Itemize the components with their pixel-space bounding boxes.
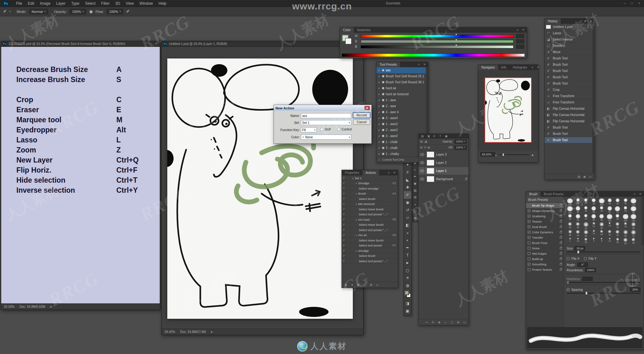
brush-tip[interactable]: 50	[590, 206, 598, 214]
stop-icon[interactable]: ■	[344, 283, 348, 287]
check-icon[interactable]: ✓	[342, 181, 346, 186]
history-step[interactable]: ✐Brush Tool	[545, 124, 592, 131]
brush-section-protect-texture[interactable]: Protect Texture	[526, 267, 564, 272]
color-swatches[interactable]	[404, 290, 411, 300]
quick-mask-icon[interactable]: ◨	[404, 300, 411, 307]
check-icon[interactable]: ✓	[342, 191, 346, 196]
flow-select[interactable]: 100%▾	[107, 9, 123, 14]
brush-tip[interactable]: 25	[613, 237, 621, 245]
new-doc-from-state-icon[interactable]: ▤	[577, 175, 581, 179]
expand-arrow-icon[interactable]: ▼	[355, 193, 357, 195]
brush-tip[interactable]: 23	[622, 222, 630, 230]
check-icon[interactable]: ✓	[342, 258, 346, 263]
tab-actions[interactable]: Actions	[363, 170, 379, 175]
zoom-slider-handle[interactable]	[502, 153, 504, 156]
action-row[interactable]: ✓Select brush	[342, 253, 398, 259]
flip-x-checkbox[interactable]	[567, 257, 569, 260]
checkbox[interactable]: ✓	[528, 236, 530, 239]
dialog-toggle[interactable]	[346, 207, 351, 212]
action-name-input[interactable]	[301, 113, 351, 118]
panel-dock-icon[interactable]: ▤	[420, 134, 425, 138]
dialog-toggle[interactable]	[346, 253, 351, 258]
checkbox[interactable]	[528, 252, 530, 255]
channel-value-h[interactable]	[516, 34, 524, 38]
current-tool-icon[interactable]: ✐	[3, 9, 7, 14]
tab-tool-presets[interactable]: Tool Presets	[376, 62, 400, 67]
tool-preset-item[interactable]: ✓ass	[376, 67, 426, 73]
tool-preset-item[interactable]: ✓Brush Tool Soft Round 25 1	[376, 73, 426, 79]
type-tool[interactable]: T	[404, 252, 411, 259]
brush-tip[interactable]: 36	[630, 237, 637, 245]
brush-tip[interactable]: 95	[630, 206, 637, 214]
dock-adjust-icon[interactable]: ◐	[413, 166, 418, 173]
dialog-toggle[interactable]	[346, 248, 351, 253]
brush-section-wet-edges[interactable]: Wet Edges	[526, 251, 564, 256]
brush-tip[interactable]: 60	[598, 222, 606, 230]
zoom-tool[interactable]: ◍	[404, 282, 411, 289]
dialog-toggle[interactable]	[346, 191, 351, 196]
tab-brush-presets[interactable]: Brush Presets	[541, 191, 567, 197]
history-step[interactable]: ✐Brush Tool	[545, 74, 592, 80]
dock-measure-icon[interactable]: ◍	[413, 214, 418, 221]
brush-tip[interactable]: 25	[574, 198, 582, 206]
brush-tip[interactable]: 21	[590, 222, 598, 230]
zoom-slider[interactable]	[498, 154, 529, 155]
brush-tip[interactable]: 50	[598, 214, 606, 222]
tab-info[interactable]: Info	[498, 65, 510, 70]
tool-preset-item[interactable]: ✓hard air textured	[376, 91, 426, 97]
checkbox-checked-icon[interactable]: ✓	[378, 158, 380, 161]
channel-value-b[interactable]	[516, 45, 524, 49]
history-step[interactable]: ▱Free Transform	[545, 93, 592, 99]
action-row[interactable]: ✓Select tool presetF7	[342, 243, 398, 248]
panel-menu-icon[interactable]: ≡	[530, 65, 535, 69]
brush-tip[interactable]: 200	[622, 214, 630, 222]
dialog-toggle[interactable]	[346, 258, 351, 263]
brush-tip[interactable]: 25	[582, 214, 590, 222]
checkbox[interactable]	[528, 268, 530, 271]
panel-menu-icon[interactable]: ≡	[515, 28, 520, 32]
size-value[interactable]: 30 px	[575, 246, 585, 251]
brush-tip[interactable]: 25	[598, 206, 606, 214]
menu-type[interactable]: Type	[68, 0, 82, 7]
tool-preset-caret-icon[interactable]: ▾	[9, 10, 11, 13]
tab-color[interactable]: Color	[340, 27, 354, 33]
brush-tip[interactable]: 36	[566, 230, 574, 237]
brush-tip[interactable]: 5	[598, 237, 606, 245]
close-icon[interactable]: ✕	[392, 171, 397, 175]
action-row[interactable]: ✓Select tool preset "…"	[342, 212, 398, 217]
menu-view[interactable]: View	[123, 0, 137, 7]
expand-arrow-icon[interactable]: ▼	[355, 219, 357, 221]
blur-tool[interactable]: ◒	[404, 229, 411, 236]
brush-tip[interactable]: 50	[574, 214, 582, 222]
close-icon[interactable]: ✕	[638, 192, 642, 196]
zoom-level[interactable]: 29,42%	[164, 330, 175, 334]
close-icon[interactable]: ✕	[521, 28, 525, 32]
checkbox[interactable]	[528, 247, 530, 250]
new-layer-icon[interactable]: ⊞	[456, 320, 460, 324]
healing-brush-tool[interactable]: ✚	[404, 184, 411, 191]
airbrush-icon[interactable]: ✐	[126, 9, 130, 14]
check-icon[interactable]: ✓	[342, 196, 346, 201]
history-step[interactable]: ✐Brush Tool	[545, 137, 592, 143]
history-step[interactable]: ◧Flip Canvas Horizontal	[545, 118, 592, 124]
brush-section-noise[interactable]: Noise	[526, 246, 564, 251]
checkbox[interactable]: ✓	[528, 263, 530, 266]
action-row[interactable]: ✓Select brush	[342, 196, 398, 202]
brush-tip[interactable]: 25	[582, 198, 590, 206]
history-brush-tool[interactable]: ↺	[404, 206, 411, 214]
zoom-level[interactable]: 33.33%	[4, 305, 14, 308]
brush-tip[interactable]: 595	[566, 198, 574, 206]
group-icon[interactable]: ▢	[450, 320, 454, 324]
brush-section-brush-tip-shape[interactable]: Brush Tip Shape	[526, 203, 564, 208]
expand-arrow-icon[interactable]: ▼	[355, 183, 357, 185]
tab-brush[interactable]: Brush	[526, 191, 541, 197]
foreground-background-swatch[interactable]	[342, 35, 352, 44]
brush-section-texture[interactable]: ✓Texture	[526, 219, 564, 224]
close-icon[interactable]: ✕	[364, 106, 370, 110]
lock-all-icon[interactable]: ◙	[428, 146, 430, 149]
control-checkbox[interactable]: Control	[337, 128, 352, 131]
dialog-toggle[interactable]	[346, 186, 351, 191]
function-key-select[interactable]: F8▾	[301, 127, 317, 132]
shift-checkbox[interactable]: Shift	[320, 128, 331, 131]
delete-layer-icon[interactable]: ▭	[462, 320, 467, 324]
